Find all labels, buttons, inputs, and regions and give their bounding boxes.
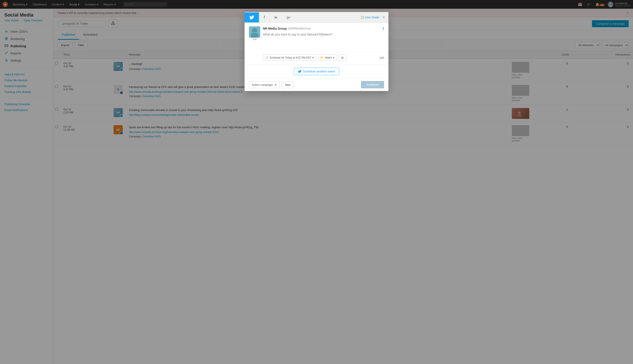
modal-user-guide-link[interactable]: 📋 User Guide — [360, 16, 379, 19]
compose-right-panel: NR Media Group @NRMediaGroup ℹ 🕐 Schedul… — [263, 26, 384, 61]
info-icon[interactable]: ℹ — [383, 26, 384, 30]
compose-user-info: NR Media Group @NRMediaGroup ℹ — [263, 26, 384, 30]
compose-modal: f in g+ 📋 User Guide × — [245, 12, 388, 91]
compose-textarea[interactable] — [263, 32, 384, 50]
modal-close-button[interactable]: × — [382, 15, 385, 20]
compose-avatar — [249, 26, 260, 38]
new-campaign-button[interactable]: New — [282, 82, 294, 88]
campaign-select-button[interactable]: Select campaign ▾ — [249, 82, 279, 88]
compose-username: NR Media Group — [263, 27, 287, 30]
modal-tab-right: 📋 User Guide × — [360, 15, 388, 20]
folder-icon: 📁 — [320, 56, 323, 59]
modal-tabs: f in g+ 📋 User Guide × — [245, 12, 388, 23]
delete-button[interactable]: 🗑 — [338, 54, 346, 61]
tab-linkedin[interactable]: in — [270, 13, 282, 22]
char-count: 140 — [379, 56, 384, 60]
compose-area: Edit NR Media Group @NRMediaGroup ℹ 🕐 Sc… — [249, 26, 384, 61]
compose-toolbar: 🕐 Schedule for Today at 9:02 PM EDT ▾ 📁 … — [263, 52, 384, 61]
compose-avatar-container: Edit — [249, 26, 260, 61]
attach-button[interactable]: 📁 Attach ▾ — [318, 55, 337, 61]
dropdown-arrow-icon: ▾ — [275, 83, 277, 86]
tab-facebook[interactable]: f — [259, 12, 270, 23]
modal-footer: Select campaign ▾ New Schedule — [245, 78, 388, 91]
schedule-another-tweet-button[interactable]: Schedule another tweet — [294, 68, 339, 75]
schedule-another-row: Schedule another tweet — [245, 64, 388, 78]
schedule-time-button[interactable]: 🕐 Schedule for Today at 9:02 PM EDT ▾ — [263, 55, 316, 61]
tab-twitter[interactable] — [245, 12, 259, 22]
clock-icon: 🕐 — [265, 56, 269, 59]
modal-body: Edit NR Media Group @NRMediaGroup ℹ 🕐 Sc… — [245, 23, 388, 64]
tab-googleplus[interactable]: g+ — [282, 12, 295, 22]
compose-handle: @NRMediaGroup — [288, 27, 311, 30]
modal-overlay[interactable]: f in g+ 📋 User Guide × — [0, 0, 633, 364]
schedule-button[interactable]: Schedule — [361, 81, 384, 88]
avatar-edit-label[interactable]: Edit — [249, 38, 260, 40]
